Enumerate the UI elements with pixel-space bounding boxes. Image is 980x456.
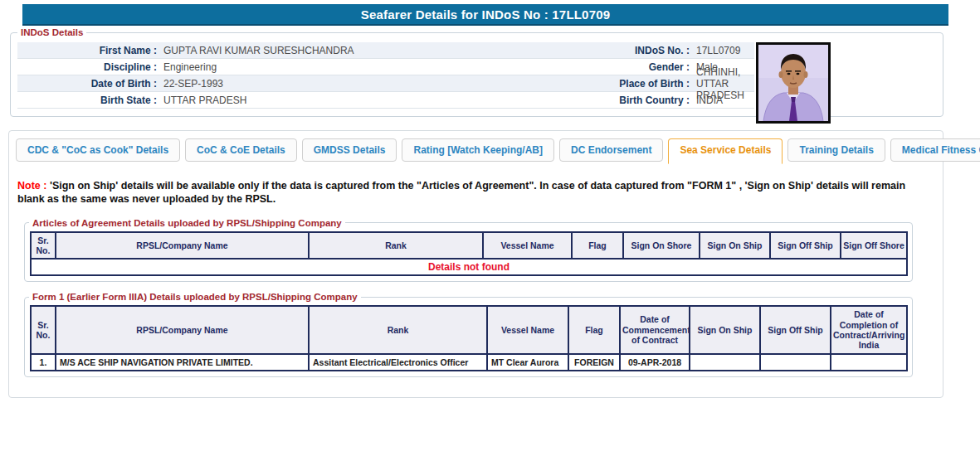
tab-medical-fitness-certificate[interactable]: Medical Fitness Certificate xyxy=(890,138,980,162)
col-sr-no: Sr. No. xyxy=(31,232,56,260)
col-sign-off-ship: Sign Off Ship xyxy=(770,232,841,260)
cell-sr-no: 1. xyxy=(31,354,56,371)
col-flag: Flag xyxy=(568,306,620,354)
seafarer-details-page: Seafarer Details for INDoS No : 17LL0709… xyxy=(0,0,980,456)
cell-completion-date xyxy=(831,354,907,371)
articles-of-agreement-table: Sr. No. RPSL/Company Name Rank Vessel Na… xyxy=(30,231,908,277)
details-not-found-message: Details not found xyxy=(31,259,907,275)
col-date-of-completion: Date of Completion of Contract/Arriving … xyxy=(831,306,907,354)
date-of-birth-label: Date of Birth : xyxy=(17,78,157,90)
col-vessel-name: Vessel Name xyxy=(487,306,568,354)
cell-vessel: MT Clear Aurora xyxy=(487,354,568,371)
note-label: Note : xyxy=(17,180,46,192)
seafarer-photo-image xyxy=(758,45,828,121)
tab-content-panel: CDC & "CoC as Cook" Details CoC & CoE De… xyxy=(8,130,943,398)
col-rpsl-company-name: RPSL/Company Name xyxy=(56,306,309,354)
col-flag: Flag xyxy=(572,232,623,260)
indos-details-section: INDoS Details First Name : GUPTA RAVI KU… xyxy=(10,27,943,117)
agreement-header-row: Sr. No. RPSL/Company Name Rank Vessel Na… xyxy=(31,232,907,260)
cell-sign-off-ship xyxy=(760,354,831,371)
col-date-of-commencement: Date of Commencement of Contract xyxy=(620,306,690,354)
first-name-value: GUPTA RAVI KUMAR SURESHCHANDRA xyxy=(157,45,519,56)
tab-rating-watch-keeping-ab[interactable]: Rating [Watch Keeping/AB] xyxy=(402,138,554,162)
cell-commencement-date: 09-APR-2018 xyxy=(620,354,690,371)
col-vessel-name: Vessel Name xyxy=(483,232,572,260)
col-sign-on-ship: Sign On Ship xyxy=(700,232,770,260)
form1-header-row: Sr. No. RPSL/Company Name Rank Vessel Na… xyxy=(31,306,907,354)
indos-details-legend: INDoS Details xyxy=(17,27,86,37)
page-title: Seafarer Details for INDoS No : 17LL0709 xyxy=(22,4,948,26)
place-of-birth-label: Place of Birth : xyxy=(519,78,690,90)
tab-training-details[interactable]: Training Details xyxy=(787,138,885,162)
cell-company: M/S ACE SHIP NAVIGATION PRIVATE LIMITED. xyxy=(56,354,309,371)
tab-coc-coe-details[interactable]: CoC & CoE Details xyxy=(185,138,297,162)
discipline-label: Discipline : xyxy=(17,61,157,73)
cell-flag: FOREIGN xyxy=(568,354,620,371)
detail-row-first-name: First Name : GUPTA RAVI KUMAR SURESHCHAN… xyxy=(17,42,754,59)
articles-of-agreement-section: Articles of Agreement Details uploaded b… xyxy=(24,218,913,283)
tab-cdc-coc-as-cook-details[interactable]: CDC & "CoC as Cook" Details xyxy=(16,138,180,162)
form1-data-row: 1. M/S ACE SHIP NAVIGATION PRIVATE LIMIT… xyxy=(31,354,907,371)
indos-no-value: 17LL0709 xyxy=(690,45,754,56)
cell-sign-on-ship xyxy=(690,354,760,371)
form1-table: Sr. No. RPSL/Company Name Rank Vessel Na… xyxy=(30,305,908,371)
cell-rank: Assitant Electrical/Electronics Officer xyxy=(309,354,487,371)
tab-sea-service-details[interactable]: Sea Service Details xyxy=(668,138,783,164)
col-sign-off-ship: Sign Off Ship xyxy=(760,306,831,354)
col-rank: Rank xyxy=(309,306,487,354)
discipline-value: Engineering xyxy=(157,61,519,73)
indos-no-label: INDoS No. : xyxy=(519,45,690,56)
col-sign-off-shore: Sign Off Shore xyxy=(841,232,907,260)
agreement-empty-row: Details not found xyxy=(31,259,907,275)
col-sign-on-shore: Sign On Shore xyxy=(623,232,700,260)
birth-country-label: Birth Country : xyxy=(519,95,690,106)
date-of-birth-value: 22-SEP-1993 xyxy=(157,78,519,90)
tab-gmdss-details[interactable]: GMDSS Details xyxy=(302,138,397,162)
birth-state-label: Birth State : xyxy=(17,95,157,106)
form1-section: Form 1 (Earlier Form IIIA) Details uploa… xyxy=(24,292,913,377)
birth-country-value: INDIA xyxy=(690,95,754,106)
detail-row-birth-state: Birth State : UTTAR PRADESH Birth Countr… xyxy=(17,92,754,109)
col-sr-no: Sr. No. xyxy=(31,306,56,354)
col-rpsl-company-name: RPSL/Company Name xyxy=(56,232,309,260)
detail-row-discipline: Discipline : Engineering Gender : Male xyxy=(17,59,754,75)
col-sign-on-ship: Sign On Ship xyxy=(690,306,760,354)
tab-dc-endorsement[interactable]: DC Endorsement xyxy=(559,138,663,162)
sign-on-ship-note: Note : 'Sign on Ship' details will be av… xyxy=(17,179,909,206)
detail-row-date-of-birth: Date of Birth : 22-SEP-1993 Place of Bir… xyxy=(17,75,754,92)
first-name-label: First Name : xyxy=(17,45,157,56)
note-text: 'Sign on Ship' details will be available… xyxy=(17,180,905,205)
indos-details-rows: First Name : GUPTA RAVI KUMAR SURESHCHAN… xyxy=(17,42,754,109)
gender-label: Gender : xyxy=(519,61,690,73)
form1-legend: Form 1 (Earlier Form IIIA) Details uploa… xyxy=(29,292,361,302)
articles-of-agreement-legend: Articles of Agreement Details uploaded b… xyxy=(29,218,345,228)
tab-bar: CDC & "CoC as Cook" Details CoC & CoE De… xyxy=(16,138,943,162)
birth-state-value: UTTAR PRADESH xyxy=(157,95,519,106)
col-rank: Rank xyxy=(309,232,483,260)
seafarer-photo xyxy=(756,42,831,124)
